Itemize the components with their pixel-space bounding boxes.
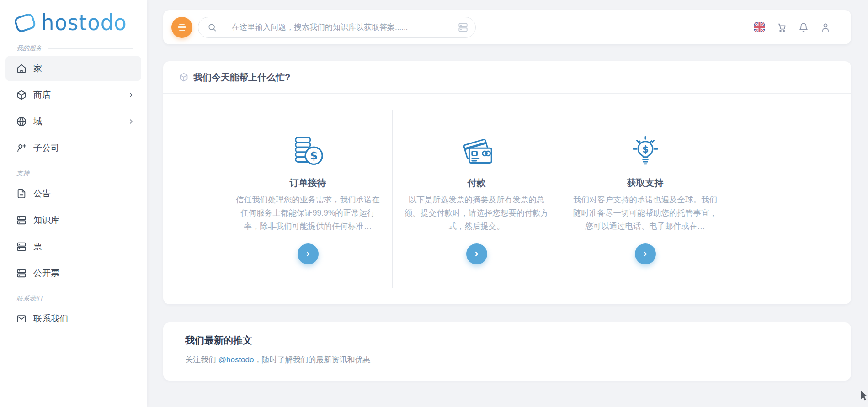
- hostodo-twitter-link[interactable]: @hostodo: [218, 355, 254, 364]
- feature-title: 获取支持: [561, 177, 730, 189]
- file-text-icon: [16, 189, 27, 199]
- sidebar-section-my-services: 我的服务: [16, 44, 133, 53]
- sidebar-item-affiliates[interactable]: 子公司: [5, 135, 141, 161]
- help-card: 我们今天能帮上什么忙? $ 订单接待 信: [163, 61, 851, 304]
- sidebar-item-open-ticket[interactable]: 公开票: [5, 260, 141, 286]
- tweets-subtitle: 关注我们 @hostodo，随时了解我们的最新资讯和优惠: [185, 354, 851, 365]
- search-icon: [208, 23, 217, 32]
- sidebar-item-label: 票: [33, 241, 42, 253]
- bulb-dollar-icon: $: [628, 135, 663, 170]
- feature-orders: $ 订单接待 信任我们处理您的业务需求，我们承诺在任何服务上都能保证99.9%的…: [224, 94, 392, 304]
- paper-plane-logo-icon: [13, 10, 37, 35]
- user-plus-icon: [16, 143, 27, 153]
- language-flag-button[interactable]: [754, 22, 765, 32]
- sidebar-item-tickets[interactable]: 票: [5, 234, 141, 259]
- feature-support: $ 获取支持 我们对客户支持的承诺也遍及全球。我们随时准备尽一切可能帮助您的托管…: [561, 94, 730, 304]
- sidebar-section-contact: 联系我们: [16, 294, 133, 303]
- sidebar-item-label: 商店: [33, 89, 51, 101]
- bell-icon: [799, 22, 809, 32]
- tweets-text-after: ，随时了解我们的最新资讯和优惠: [254, 355, 371, 364]
- package-icon: [16, 90, 27, 100]
- svg-text:$: $: [310, 149, 318, 162]
- chevron-right-icon: [304, 250, 312, 258]
- search-bar[interactable]: [198, 17, 476, 38]
- feature-title: 订单接待: [224, 177, 392, 189]
- sidebar-item-label: 知识库: [33, 214, 59, 226]
- feature-support-go-button[interactable]: [635, 243, 656, 264]
- topbar-actions: [754, 22, 831, 32]
- sidebar-item-label: 家: [33, 63, 42, 74]
- knowledgebase-icon: [458, 22, 468, 32]
- chevron-right-icon: [128, 91, 135, 99]
- server-icon: [16, 242, 27, 252]
- notifications-button[interactable]: [799, 22, 809, 32]
- menu-toggle-button[interactable]: [171, 17, 192, 38]
- coins-dollar-icon: $: [290, 135, 326, 170]
- account-button[interactable]: [820, 22, 831, 32]
- brand-logo[interactable]: hostodo: [13, 9, 147, 36]
- globe-icon: [16, 116, 27, 127]
- chevron-right-icon: [642, 250, 649, 258]
- sidebar-item-label: 子公司: [33, 142, 59, 154]
- cart-icon: [777, 22, 787, 32]
- sidebar-item-domains[interactable]: 域: [5, 109, 141, 134]
- sidebar-item-label: 公告: [33, 188, 51, 200]
- feature-orders-go-button[interactable]: [298, 243, 319, 264]
- home-icon: [16, 63, 27, 74]
- sidebar-item-store[interactable]: 商店: [5, 82, 141, 108]
- search-divider: [224, 21, 224, 33]
- help-columns: $ 订单接待 信任我们处理您的业务需求，我们承诺在任何服务上都能保证99.9%的…: [224, 94, 730, 304]
- help-card-header: 我们今天能帮上什么忙?: [163, 61, 851, 94]
- feature-payments: 付款 以下是所选发票的摘要及所有发票的总额。提交付款时，请选择您想要的付款方式，…: [392, 94, 561, 304]
- credit-cards-icon: [459, 135, 495, 170]
- feature-payments-go-button[interactable]: [466, 243, 487, 264]
- sidebar: hostodo 我的服务 家 商店 域 子公司 支持: [0, 0, 147, 407]
- sidebar-item-label: 域: [33, 116, 42, 127]
- chevron-right-icon: [473, 250, 480, 258]
- sidebar-item-knowledgebase[interactable]: 知识库: [5, 207, 141, 233]
- sidebar-item-label: 联系我们: [33, 313, 68, 325]
- uk-flag-icon: [754, 22, 765, 32]
- feature-text: 信任我们处理您的业务需求，我们承诺在任何服务上都能保证99.9%的正常运行率，除…: [235, 193, 381, 233]
- sidebar-item-label: 公开票: [33, 267, 59, 279]
- chevron-right-icon: [128, 118, 135, 125]
- user-icon: [820, 22, 831, 32]
- feature-text: 我们对客户支持的承诺也遍及全球。我们随时准备尽一切可能帮助您的托管事宜，您可以通…: [572, 193, 719, 233]
- help-card-title: 我们今天能帮上什么忙?: [193, 71, 290, 84]
- feature-title: 付款: [392, 177, 561, 189]
- server-icon: [16, 268, 27, 278]
- hamburger-icon: [179, 24, 185, 25]
- brand-wordmark: hostodo: [41, 11, 127, 33]
- tweets-text-before: 关注我们: [185, 355, 218, 364]
- server-icon: [16, 215, 27, 225]
- tweets-card: 我们最新的推文 关注我们 @hostodo，随时了解我们的最新资讯和优惠: [163, 322, 851, 381]
- topbar: [163, 10, 851, 44]
- search-input[interactable]: [232, 23, 453, 32]
- box-icon: [179, 73, 188, 82]
- sidebar-item-home[interactable]: 家: [5, 56, 141, 81]
- sidebar-section-support: 支持: [16, 169, 133, 178]
- cart-button[interactable]: [777, 22, 787, 32]
- sidebar-item-contact-us[interactable]: 联系我们: [5, 306, 141, 332]
- tweets-title: 我们最新的推文: [185, 334, 851, 347]
- mail-icon: [16, 314, 27, 324]
- svg-text:$: $: [642, 144, 648, 155]
- feature-text: 以下是所选发票的摘要及所有发票的总额。提交付款时，请选择您想要的付款方式，然后提…: [404, 193, 550, 233]
- sidebar-item-announcements[interactable]: 公告: [5, 181, 141, 206]
- mouse-cursor: [861, 391, 868, 402]
